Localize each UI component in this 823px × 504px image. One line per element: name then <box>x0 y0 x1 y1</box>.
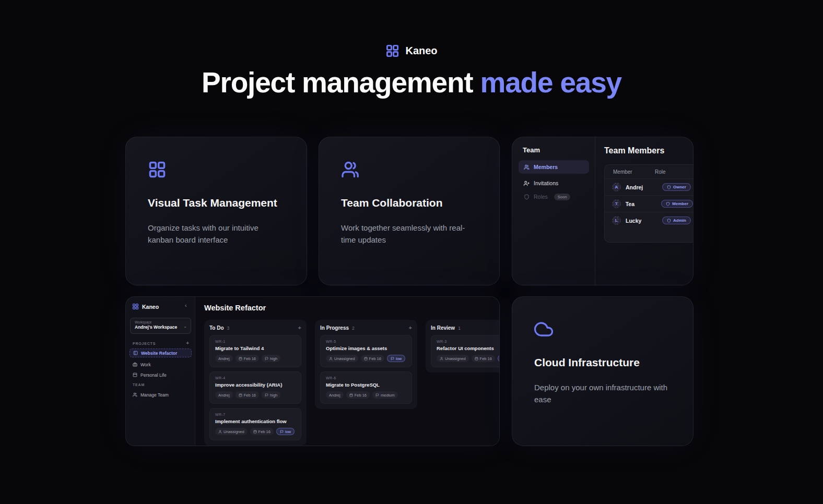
flag-icon <box>375 393 379 397</box>
assignee-label: Andrej <box>329 393 340 398</box>
role-badge: Admin <box>662 217 691 224</box>
task-title: Migrate to Tailwind 4 <box>215 345 296 351</box>
add-task-button[interactable]: + <box>409 325 412 331</box>
app-name: Kaneo <box>142 304 159 310</box>
role-label: Admin <box>673 218 686 223</box>
column-header-role: Role <box>655 169 666 175</box>
assignee-badge: Andrej <box>215 355 233 362</box>
role-badge: Owner <box>662 183 691 191</box>
avatar: L <box>612 216 621 225</box>
nav-label: Roles <box>534 194 548 200</box>
project-label: Work <box>140 362 151 367</box>
priority-label: low <box>285 429 291 434</box>
column-count: 1 <box>458 326 461 331</box>
feature-description: Work together seamlessly with real-time … <box>341 222 477 246</box>
users-icon <box>341 160 477 179</box>
task-id: WR-4 <box>215 376 296 380</box>
team-preview-card: Team Members Invitations Roles Soon Team… <box>512 137 693 285</box>
chevron-down-icon: ⌄ <box>183 324 187 329</box>
flag-icon <box>265 393 268 397</box>
column-title: In Review <box>431 325 455 331</box>
calendar-icon <box>239 393 242 397</box>
add-task-button[interactable]: + <box>298 325 301 331</box>
role-label: Member <box>672 201 688 206</box>
board-title: Website Refactor <box>204 304 266 312</box>
team-sidebar-title: Team <box>523 146 540 154</box>
task-badges: Andrej Feb 16 high <box>215 355 296 362</box>
user-icon <box>329 357 333 361</box>
team-section-label: TEAM <box>133 383 145 387</box>
assignee-badge: Unassigned <box>437 355 469 362</box>
assignee-label: Andrej <box>218 356 230 361</box>
hero-heading: Project management made easy <box>0 66 823 99</box>
sidebar-project-personal-life[interactable]: Personal Life <box>130 370 192 379</box>
task-badges: Unassigned Feb 16 low <box>326 355 406 362</box>
add-project-button[interactable]: + <box>186 341 189 346</box>
due-date-label: Feb 16 <box>369 356 381 361</box>
users-icon <box>133 392 137 397</box>
project-label: Personal Life <box>140 373 167 378</box>
table-row[interactable]: T Tea Member <box>605 195 693 212</box>
nav-label: Members <box>534 164 558 170</box>
task-id: WR-7 <box>215 413 296 416</box>
priority-label: high <box>270 393 277 398</box>
task-card[interactable]: WR-7 Implement authentication flow Unass… <box>209 408 301 440</box>
due-date-label: Feb 16 <box>244 393 256 398</box>
calendar-icon <box>349 393 353 397</box>
assignee-label: Unassigned <box>334 356 355 361</box>
priority-label: medium <box>381 393 395 398</box>
table-header: Member Role <box>605 165 693 178</box>
brand-name: Kaneo <box>405 45 437 57</box>
hero-text-main: Project management <box>202 66 473 99</box>
column-in-review: In Review 1 + WR-3 Refactor UI component… <box>426 320 500 373</box>
task-title: Migrate to PostgreSQL <box>326 382 406 388</box>
task-title: Optimize images & assets <box>326 345 406 351</box>
shield-icon <box>524 194 530 200</box>
cloud-icon <box>534 320 671 339</box>
sidebar-manage-team[interactable]: Manage Team <box>130 390 192 399</box>
sidebar-project-work[interactable]: Work <box>130 360 192 369</box>
task-card[interactable]: WR-6 Migrate to PostgreSQL Andrej Feb 16… <box>320 371 412 404</box>
priority-badge: high <box>262 391 280 399</box>
feature-description: Organize tasks with our intuitive kanban… <box>148 222 285 246</box>
due-date-badge: Feb 16 <box>346 391 370 399</box>
task-id: WR-5 <box>326 340 406 343</box>
workspace-selector[interactable]: Workspace Andrej's Workspace ⌄ <box>130 318 191 334</box>
user-icon <box>440 357 443 361</box>
table-row[interactable]: A Andrej Owner <box>605 178 693 195</box>
task-card[interactable]: WR-4 Improve accessibility (ARIA) Andrej… <box>209 371 301 404</box>
task-id: WR-6 <box>326 376 406 380</box>
soon-badge: Soon <box>554 194 571 200</box>
team-nav-roles: Roles Soon <box>519 191 589 202</box>
board-sidebar: Kaneo ‹ Workspace Andrej's Workspace ⌄ P… <box>126 297 195 446</box>
column-count: 3 <box>227 326 230 331</box>
assignee-label: Unassigned <box>445 356 466 361</box>
flag-icon <box>280 430 284 434</box>
task-card[interactable]: WR-5 Optimize images & assets Unassigned… <box>320 335 412 367</box>
table-row[interactable]: L Lucky Admin <box>605 212 693 229</box>
due-date-label: Feb 16 <box>258 429 271 434</box>
sidebar-collapse-button[interactable]: ‹ <box>185 302 187 308</box>
team-nav-members[interactable]: Members <box>519 160 589 174</box>
users-icon <box>524 164 530 170</box>
team-members-title: Team Members <box>604 146 664 155</box>
brand: Kaneo <box>0 44 823 58</box>
calendar-icon <box>253 430 257 434</box>
team-preview-sidebar: Team Members Invitations Roles Soon <box>512 137 595 285</box>
due-date-badge: Feb 16 <box>250 428 274 435</box>
priority-label: high <box>270 356 277 361</box>
task-title: Improve accessibility (ARIA) <box>215 382 296 388</box>
task-badges: Unassigned Feb 16 low <box>437 355 500 362</box>
team-nav-invitations[interactable]: Invitations <box>519 178 589 188</box>
sidebar-project-website-refactor[interactable]: Website Refactor <box>130 349 192 357</box>
board-columns: To Do 3 + WR-1 Migrate to Tailwind 4 And… <box>204 320 500 446</box>
task-card[interactable]: WR-1 Migrate to Tailwind 4 Andrej Feb 16… <box>209 335 301 367</box>
column-todo: To Do 3 + WR-1 Migrate to Tailwind 4 And… <box>204 320 307 446</box>
flag-icon <box>391 357 394 361</box>
task-card[interactable]: WR-3 Refactor UI components Unassigned F… <box>431 335 500 367</box>
shield-icon <box>667 185 671 189</box>
priority-badge: high <box>262 355 280 362</box>
user-icon <box>218 430 222 434</box>
due-date-badge: Feb 16 <box>236 391 259 399</box>
task-title: Refactor UI components <box>437 345 500 351</box>
